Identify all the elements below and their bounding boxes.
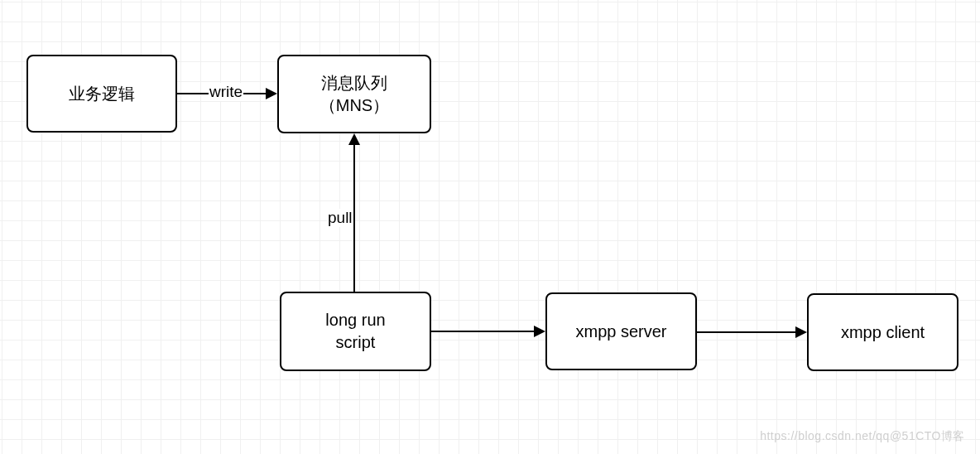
edge-server-to-client	[697, 331, 795, 333]
node-business-logic: 业务逻辑	[26, 55, 177, 133]
node-label-line1: long run	[325, 309, 385, 331]
node-label: 业务逻辑	[69, 83, 135, 105]
node-label: xmpp server	[575, 321, 666, 343]
arrowhead-right-icon	[795, 326, 807, 338]
edge-script-to-server	[431, 331, 534, 332]
node-label-line2: （MNS）	[319, 94, 389, 117]
edge-label-write: write	[209, 83, 243, 101]
arrowhead-up-icon	[348, 133, 360, 145]
node-xmpp-client: xmpp client	[807, 293, 958, 371]
watermark-text: https://blog.csdn.net/qq@51CTO博客	[760, 429, 965, 444]
node-xmpp-server: xmpp server	[545, 292, 697, 370]
node-label: xmpp client	[841, 321, 925, 344]
edge-label-pull: pull	[327, 209, 353, 227]
arrowhead-right-icon	[534, 326, 545, 337]
edge-pull	[353, 145, 355, 292]
node-label-line2: script	[336, 331, 376, 354]
node-long-run-script: long run script	[280, 292, 431, 371]
arrowhead-right-icon	[266, 88, 277, 99]
node-label-line1: 消息队列	[321, 72, 387, 94]
node-message-queue: 消息队列 （MNS）	[277, 55, 431, 133]
